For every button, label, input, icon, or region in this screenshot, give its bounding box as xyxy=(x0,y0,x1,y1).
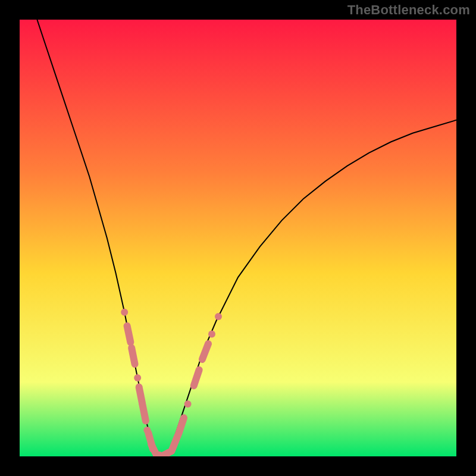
marker-pill xyxy=(127,326,131,342)
marker-pill xyxy=(139,387,143,404)
plot-area xyxy=(20,20,456,456)
marker-pill xyxy=(142,405,146,421)
marker-dot xyxy=(208,331,215,338)
marker-pill xyxy=(131,348,135,364)
gradient-background xyxy=(20,20,456,456)
marker-pill xyxy=(178,418,184,434)
marker-dot xyxy=(134,374,141,381)
marker-pill xyxy=(194,370,199,386)
marker-dot xyxy=(121,309,128,316)
watermark-text: TheBottleneck.com xyxy=(347,2,470,18)
marker-dot xyxy=(215,313,222,320)
chart-frame: TheBottleneck.com xyxy=(0,0,476,476)
marker-dot xyxy=(184,400,192,408)
chart-svg xyxy=(20,20,456,456)
